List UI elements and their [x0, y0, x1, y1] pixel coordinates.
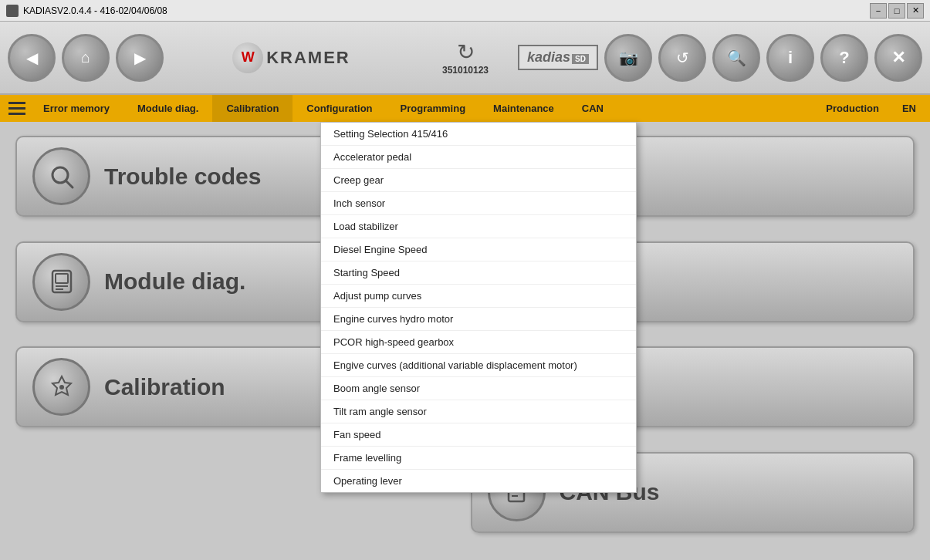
- tile-icon-module-diag: [32, 253, 90, 311]
- dropdown-item-3[interactable]: Inch sensor: [321, 192, 636, 215]
- svg-rect-9: [56, 274, 68, 283]
- tile-icon-calibration: [32, 358, 90, 416]
- dropdown-item-9[interactable]: PCOR high-speed gearbox: [321, 331, 636, 354]
- info-button[interactable]: i: [766, 34, 814, 82]
- serial-icon: ↻: [457, 39, 475, 65]
- exit-button[interactable]: ✕: [874, 34, 922, 82]
- serial-block: ↻ 351010123: [442, 39, 489, 76]
- tile-label-module-diag: Module diag.: [104, 268, 245, 295]
- dropdown-item-1[interactable]: Accelerator pedal: [321, 146, 636, 169]
- tile-icon-trouble-codes: [32, 147, 90, 205]
- svg-line-1: [66, 180, 73, 187]
- info-icon: i: [788, 48, 793, 68]
- search-button[interactable]: 🔍: [712, 34, 760, 82]
- dropdown-item-11[interactable]: Boom angle sensor: [321, 377, 636, 400]
- dropdown-item-7[interactable]: Adjust pump curves: [321, 285, 636, 308]
- camera-icon: 📷: [619, 49, 638, 67]
- menu-item-error-memory[interactable]: Error memory: [29, 95, 123, 122]
- kadias-logo: kadiasSD: [518, 45, 598, 70]
- tile-label-trouble-codes: Trouble codes: [104, 164, 261, 190]
- maximize-button[interactable]: □: [888, 3, 905, 19]
- app-title: KADIASV2.0.4.4 - 416-02/04/06/08: [23, 5, 167, 16]
- brand-logo: W: [232, 42, 263, 73]
- back-icon: ◀: [26, 49, 38, 67]
- menu-item-programming[interactable]: Programming: [387, 95, 480, 122]
- toolbar: ◀ ⌂ ▶ W KRAMER ↻ 351010123 kadiasSD 📷 ↺ …: [0, 22, 930, 95]
- title-bar: KADIASV2.0.4.4 - 416-02/04/06/08 − □ ✕: [0, 0, 930, 22]
- dropdown-item-12[interactable]: Tilt ram angle sensor: [321, 400, 636, 423]
- dropdown-item-6[interactable]: Starting Speed: [321, 261, 636, 285]
- serial-number: 351010123: [442, 65, 489, 76]
- dropdown-item-14[interactable]: Frame levelling: [321, 447, 636, 470]
- dropdown-item-10[interactable]: Engive curves (additional variable displ…: [321, 354, 636, 377]
- minimize-button[interactable]: −: [870, 3, 887, 19]
- menu-item-production[interactable]: Production: [812, 95, 893, 122]
- menu-item-can[interactable]: CAN: [568, 95, 617, 122]
- camera-button[interactable]: 📷: [604, 34, 652, 82]
- main-content: Trouble codes ation Module diag.: [0, 122, 930, 560]
- menu-item-calibration[interactable]: Calibration: [212, 95, 293, 122]
- brand-name: KRAMER: [266, 48, 350, 68]
- menu-item-module-diag[interactable]: Module diag.: [123, 95, 212, 122]
- calibration-dropdown: Setting Selection 415/416 Accelerator pe…: [320, 122, 637, 493]
- dropdown-item-8[interactable]: Engine curves hydro motor: [321, 308, 636, 331]
- home-icon: ⌂: [81, 49, 90, 66]
- forward-icon: ▶: [134, 49, 146, 67]
- kadias-text: kadias: [527, 49, 570, 65]
- close-window-button[interactable]: ✕: [907, 3, 924, 19]
- hamburger-menu[interactable]: [5, 95, 29, 122]
- dropdown-item-0[interactable]: Setting Selection 415/416: [321, 123, 636, 146]
- help-icon: ?: [839, 48, 849, 68]
- menu-item-configuration[interactable]: Configuration: [293, 95, 386, 122]
- help-button[interactable]: ?: [820, 34, 868, 82]
- refresh-button[interactable]: ↺: [658, 34, 706, 82]
- forward-button[interactable]: ▶: [116, 34, 164, 82]
- brand-area: W KRAMER: [170, 42, 413, 73]
- dropdown-item-15[interactable]: Operating lever: [321, 470, 636, 492]
- dropdown-item-2[interactable]: Creep gear: [321, 169, 636, 192]
- title-bar-left: KADIASV2.0.4.4 - 416-02/04/06/08: [6, 5, 167, 17]
- menu-item-maintenance[interactable]: Maintenance: [479, 95, 568, 122]
- title-bar-controls: − □ ✕: [870, 3, 924, 19]
- app-icon: [6, 5, 19, 17]
- dropdown-item-5[interactable]: Diesel Engine Speed: [321, 238, 636, 261]
- dropdown-item-4[interactable]: Load stabilizer: [321, 215, 636, 238]
- exit-icon: ✕: [891, 48, 905, 68]
- kadias-badge: SD: [572, 54, 589, 64]
- tile-label-calibration: Calibration: [104, 374, 225, 400]
- search-icon: 🔍: [727, 49, 746, 67]
- home-button[interactable]: ⌂: [62, 34, 110, 82]
- refresh-icon: ↺: [676, 49, 689, 67]
- menu-lang[interactable]: EN: [893, 95, 925, 122]
- brand-initial: W: [242, 49, 255, 66]
- menubar: Error memory Module diag. Calibration Co…: [0, 95, 930, 122]
- svg-point-14: [59, 385, 64, 390]
- back-button[interactable]: ◀: [8, 34, 56, 82]
- dropdown-item-13[interactable]: Fan speed: [321, 423, 636, 447]
